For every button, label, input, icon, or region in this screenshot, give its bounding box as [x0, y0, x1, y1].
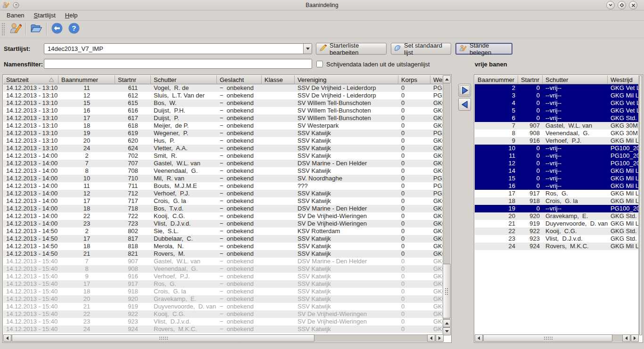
column-header-geslacht[interactable]: Geslacht [217, 75, 262, 84]
table-row[interactable]: 21919Duyvenvoorde, D. vanGKG Mil L [475, 220, 639, 227]
table-row[interactable]: 14.12.2013 - 14:0010710Mil, R. van− onbe… [3, 175, 444, 182]
column-header-westrijd[interactable]: Westrijd [608, 75, 642, 84]
table-row[interactable]: 50--vrij--GKG Vet L [475, 107, 639, 114]
table-row[interactable]: 14.12.2013 - 14:0022722Kooij, C.G.− onbe… [3, 212, 444, 220]
table-row[interactable]: 100--vrij--PG100_20 [475, 145, 639, 152]
table-row[interactable]: 14.12.2013 - 13:1017617Duijst, P.− onbek… [3, 114, 444, 122]
table-row[interactable]: 110--vrij--PG100_20 [475, 152, 639, 160]
table-row[interactable]: 8908Veenendaal, G.GKG 30M. [475, 130, 639, 137]
table-row[interactable]: 17917Ros, G.GKG Mil L [475, 190, 639, 197]
table-row[interactable]: 14.12.2013 - 13:1011611Vogel, R. de− onb… [3, 84, 444, 92]
table-row[interactable]: 150--vrij--GKG Mil L [475, 175, 639, 182]
scrollbar-thumb[interactable] [443, 264, 451, 318]
table-row[interactable]: 14.12.2013 - 13:1024624Vletter, A.A.− on… [3, 145, 444, 152]
schijvendata-checkbox[interactable] [316, 61, 323, 67]
table-row[interactable]: 14.12.2013 - 13:1020620Hus, P.− onbekend… [3, 137, 444, 145]
table-row[interactable]: 40--vrij--GKG Vet L [475, 99, 639, 107]
table-row[interactable]: 14.12.2013 - 15:4023923Vlist, D.J.v.d.− … [3, 318, 444, 325]
maximize-button[interactable] [618, 1, 626, 9]
move-to-startlist-button[interactable] [458, 98, 471, 111]
table-row[interactable]: 14.12.2013 - 13:1018618Meijer, de P.− on… [3, 122, 444, 130]
scroll-left-button[interactable] [3, 334, 11, 342]
startlijst-combobox[interactable]: 14dec2013_V7_IMP [44, 43, 312, 54]
table-row[interactable]: 14.12.2013 - 14:0011711Bouts, M.J.M.E− o… [3, 182, 444, 190]
minimize-button[interactable] [606, 1, 615, 9]
menu-item-help[interactable]: Help [60, 11, 83, 20]
right-horizontal-scrollbar[interactable] [475, 334, 639, 342]
help-button[interactable]: ? [67, 22, 81, 36]
table-row[interactable]: 14.12.2013 - 14:0018718Bos, T.v.d.− onbe… [3, 205, 444, 212]
table-row[interactable]: 24924Rovers, M.K.C.GKG Mil L [475, 243, 639, 250]
scroll-left-button[interactable] [622, 334, 630, 342]
table-row[interactable]: 140--vrij--GKG Mil L [475, 167, 639, 175]
set-standaard-lijst-button[interactable]: Set standaard lijst [391, 43, 451, 55]
namensfilter-input[interactable] [44, 59, 312, 69]
scroll-up-button[interactable] [443, 75, 451, 83]
table-row[interactable]: 14.12.2013 - 14:0012712Verhoef, P.J.− on… [3, 190, 444, 197]
scroll-left-button[interactable] [475, 334, 483, 342]
table-row[interactable]: 30--vrij--GKG Mil L [475, 92, 639, 99]
table-row[interactable]: 14.12.2013 - 14:0017717Crois, G. la− onb… [3, 197, 444, 205]
scrollbar-thumb[interactable] [12, 334, 314, 342]
scroll-right-button[interactable] [631, 334, 639, 342]
table-row[interactable]: 14.12.2013 - 14:002702Smit, R.− onbekend… [3, 152, 444, 160]
column-header-startzeit[interactable]: Startzeit [3, 75, 58, 84]
combobox-dropdown-button[interactable] [303, 44, 312, 54]
table-row[interactable]: 20920Gravekamp, E.GKG Std. [475, 212, 639, 220]
table-row[interactable]: 23923Vlist, D.J.v.d.GKG Std. [475, 235, 639, 243]
right-vertical-scrollbar[interactable] [638, 75, 642, 335]
column-header-startnr[interactable]: Startnr [115, 75, 151, 84]
table-row[interactable]: 14.12.2013 - 13:1016616Duijst, P.H.− onb… [3, 107, 444, 114]
table-row[interactable]: 60--vrij--GKG Std. [475, 114, 639, 122]
table-row[interactable]: 22922Kooij, C.G.GKG Std. [475, 227, 639, 235]
table-row[interactable]: 14.12.2013 - 15:4021919Duyvenvoorde, D. … [3, 303, 444, 310]
scroll-down-button[interactable] [443, 327, 451, 335]
column-header-korps[interactable]: Korps [398, 75, 430, 84]
table-row[interactable]: 14.12.2013 - 15:4017917Ros, G.− onbekend… [3, 280, 444, 288]
table-row[interactable]: 14.12.2013 - 13:1015615Bos, W.− onbekend… [3, 99, 444, 107]
table-row[interactable]: 7907Gastel, W.L. vanGKG 30M. [475, 122, 639, 130]
table-row[interactable]: 160--vrij--GKG Mil L [475, 182, 639, 190]
table-row[interactable]: 14.12.2013 - 15:408908Veenendaal, G.− on… [3, 265, 444, 273]
scroll-right-button[interactable] [436, 334, 444, 342]
table-row[interactable]: 14.12.2013 - 15:409916Verhoef, P.J.− onb… [3, 273, 444, 280]
starterliste-bearbeiten-button[interactable]: Starterliste bearbeiten [316, 43, 387, 55]
staende-belegen-button[interactable]: Stände belegen [455, 43, 512, 55]
table-row[interactable]: 120--vrij--PG100_20 [475, 160, 639, 167]
column-header-baannummer[interactable]: Baannummer [475, 75, 518, 84]
table-row[interactable]: 14.12.2013 - 15:4018918Crois, G. la− onb… [3, 288, 444, 295]
table-row[interactable]: 14.12.2013 - 14:0023723Vlist, D.J.v.d.− … [3, 220, 444, 227]
table-row[interactable]: 18918Crois, G. laGKG Mil L [475, 197, 639, 205]
table-row[interactable]: 14.12.2013 - 14:5017817Dubbelaar, C.− on… [3, 235, 444, 243]
table-row[interactable]: 190--vrij--PG100_20 [475, 205, 639, 212]
column-header-vereniging[interactable]: Vereniging [295, 75, 398, 84]
scrollbar-thumb[interactable] [483, 334, 612, 342]
close-button[interactable] [629, 1, 637, 9]
open-list-button[interactable] [29, 22, 43, 36]
table-row[interactable]: 20--vrij--GKG Vet L [475, 84, 639, 92]
column-header-baannummer[interactable]: Baannummer [58, 75, 115, 84]
table-row[interactable]: 14.12.2013 - 13:1012612Sluis, L.T. Van d… [3, 92, 444, 99]
column-header-schutter[interactable]: Schutter [543, 75, 608, 84]
scrollbar-thumb[interactable] [639, 75, 642, 335]
edit-shooter-button[interactable] [8, 22, 23, 36]
column-header-klasse[interactable]: Klasse [262, 75, 295, 84]
table-row[interactable]: 14.12.2013 - 13:1019619Wegener, P.− onbe… [3, 130, 444, 137]
table-row[interactable]: 14.12.2013 - 15:4020920Gravekamp, E.− on… [3, 295, 444, 303]
table-row[interactable]: 14.12.2013 - 14:008708Veenendaal, G.− on… [3, 167, 444, 175]
scroll-up-button[interactable] [443, 319, 451, 327]
scroll-left-button[interactable] [427, 334, 435, 342]
table-row[interactable]: 14.12.2013 - 14:007707Gastel, W.L. van− … [3, 160, 444, 167]
table-row[interactable]: 14.12.2013 - 14:502802Sie, S.L.− onbeken… [3, 227, 444, 235]
move-to-free-lanes-button[interactable] [458, 84, 471, 97]
left-vertical-scrollbar[interactable] [443, 75, 451, 335]
table-row[interactable]: 14.12.2013 - 15:407907Gastel, W.L. van− … [3, 258, 444, 265]
table-row[interactable]: 14.12.2013 - 15:4022922Kooij, C.G.− onbe… [3, 310, 444, 318]
table-row[interactable]: 9916Verhoef, P.J.GKG Mil L [475, 137, 639, 145]
column-header-startnr[interactable]: Startnr [518, 75, 543, 84]
table-row[interactable]: 14.12.2013 - 14:5021821Rovers, M.− onbek… [3, 250, 444, 258]
menu-item-startlijst[interactable]: Startlijst [29, 11, 60, 20]
table-row[interactable]: 14.12.2013 - 14:5018818Merola, N.− onbek… [3, 243, 444, 250]
menu-item-banen[interactable]: Banen [2, 11, 29, 20]
column-header-schutter[interactable]: Schutter [151, 75, 217, 84]
